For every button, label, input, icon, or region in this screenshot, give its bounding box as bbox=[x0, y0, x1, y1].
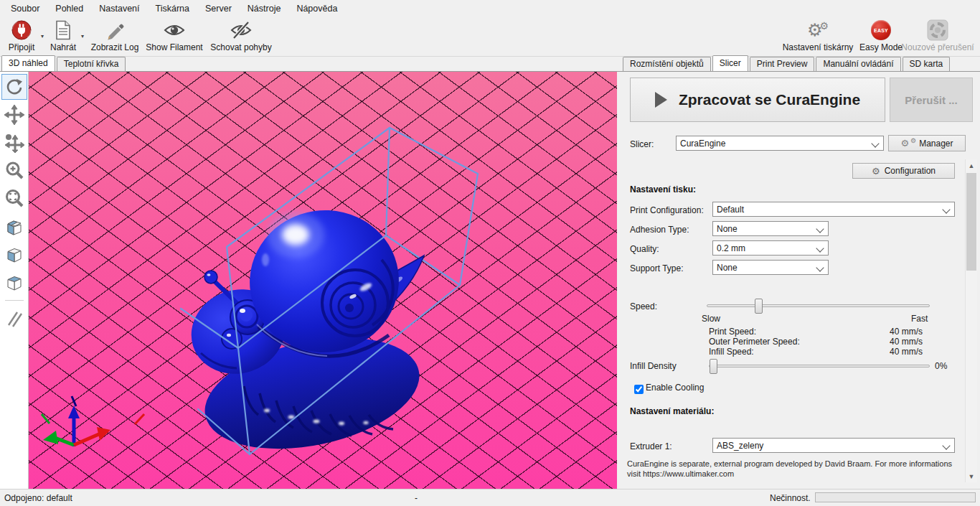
view-cube-solid-icon[interactable] bbox=[1, 242, 27, 268]
rotate-icon[interactable] bbox=[1, 74, 27, 100]
slice-button[interactable]: Zpracovat se CuraEngine bbox=[630, 78, 885, 122]
gears-icon: ⚙ bbox=[900, 139, 909, 148]
support-select[interactable]: None bbox=[712, 260, 829, 275]
speed-label: Speed: bbox=[630, 301, 657, 311]
pencil-icon bbox=[89, 19, 141, 42]
printer-settings-button[interactable]: ⚙⚙ Nastavení tiskárny bbox=[778, 19, 857, 52]
tab-print-preview[interactable]: Print Preview bbox=[750, 57, 815, 71]
connection-status: Odpojeno: default bbox=[4, 493, 72, 503]
extruder-label: Extruder 1: bbox=[630, 441, 672, 451]
plug-icon bbox=[4, 19, 39, 42]
view-cube-wire-icon[interactable] bbox=[1, 270, 27, 296]
gears-icon: ⚙⚙ bbox=[778, 19, 857, 42]
tab-object-placement[interactable]: Rozmístění objektů bbox=[623, 57, 711, 71]
emergency-stop-icon bbox=[898, 19, 977, 42]
menu-nastroje[interactable]: Nástroje bbox=[240, 1, 289, 16]
load-dropdown-caret[interactable]: ▾ bbox=[81, 33, 84, 39]
manager-button[interactable]: ⚙⚙ Manager bbox=[888, 135, 966, 151]
chevron-down-icon bbox=[871, 139, 879, 147]
print-speed-value: 40 mm/s bbox=[890, 327, 923, 337]
repetier-host-window: Soubor Pohled Nastavení Tiskárna Server … bbox=[0, 0, 980, 506]
status-center: - bbox=[415, 493, 418, 503]
enable-cooling-checkbox[interactable] bbox=[634, 385, 644, 394]
tab-temperature-curve[interactable]: Teplotní křivka bbox=[57, 57, 126, 71]
hide-moves-button[interactable]: Schovat pohyby bbox=[208, 19, 274, 52]
outer-perimeter-speed-label: Outer Perimeter Speed: bbox=[709, 337, 800, 347]
menu-server[interactable]: Server bbox=[197, 1, 240, 16]
menu-pohled[interactable]: Pohled bbox=[47, 1, 91, 16]
printer-state: Nečinnost. bbox=[770, 493, 811, 503]
infill-density-slider[interactable] bbox=[709, 365, 930, 367]
print-settings-header: Nastavení tisku: bbox=[630, 184, 696, 195]
panel-tabs: Rozmístění objektů Slicer Print Preview … bbox=[621, 57, 980, 72]
print-speed-label: Print Speed: bbox=[709, 327, 756, 337]
zoom-in-icon[interactable] bbox=[1, 158, 27, 184]
connect-button[interactable]: Připojit bbox=[4, 19, 39, 52]
menu-bar: Soubor Pohled Nastavení Tiskárna Server … bbox=[0, 0, 980, 17]
axis-indicator bbox=[42, 396, 144, 446]
show-log-button[interactable]: Zobrazit Log bbox=[89, 19, 141, 52]
move-object-icon[interactable] bbox=[1, 130, 27, 156]
connect-dropdown-caret[interactable]: ▾ bbox=[41, 33, 44, 39]
chevron-down-icon bbox=[942, 205, 950, 213]
scroll-down-icon[interactable]: ▼ bbox=[966, 470, 977, 482]
viewport-toolbar bbox=[0, 72, 29, 489]
tab-sd-card[interactable]: SD karta bbox=[903, 57, 951, 71]
infill-density-value: 0% bbox=[935, 361, 947, 371]
quality-select[interactable]: 0.2 mm bbox=[712, 240, 829, 256]
tab-slicer[interactable]: Slicer bbox=[712, 55, 748, 71]
easy-mode-button[interactable]: EASY Easy Mode bbox=[859, 19, 903, 52]
panel-scrollbar[interactable]: ▲ ▼ bbox=[965, 159, 977, 482]
status-bar: Odpojeno: default - Nečinnost. bbox=[0, 489, 980, 506]
speed-slider-thumb[interactable] bbox=[755, 299, 763, 314]
3d-scene bbox=[29, 72, 617, 489]
menu-nastaveni[interactable]: Nastavení bbox=[91, 1, 147, 16]
easy-badge-icon: EASY bbox=[859, 19, 903, 42]
configuration-button[interactable]: ⚙ Configuration bbox=[852, 163, 955, 179]
material-settings-header: Nastavení materiálu: bbox=[630, 406, 714, 416]
adhesion-select[interactable]: None bbox=[712, 221, 829, 236]
curaengine-note: CuraEngine is separate, external program… bbox=[627, 459, 967, 479]
gears-icon-small: ⚙ bbox=[910, 138, 916, 144]
enable-cooling-label: Enable Cooling bbox=[646, 383, 704, 393]
eye-icon bbox=[143, 19, 205, 42]
menu-soubor[interactable]: Soubor bbox=[3, 1, 47, 16]
play-icon bbox=[655, 92, 667, 108]
zoom-fit-icon[interactable] bbox=[1, 186, 27, 212]
tool-separator bbox=[5, 300, 24, 301]
cancel-slice-button: Přerušit ... bbox=[890, 78, 973, 122]
menu-napoveda[interactable]: Nápověda bbox=[288, 1, 345, 16]
speed-slow-label: Slow bbox=[702, 314, 720, 324]
speed-slider[interactable] bbox=[707, 304, 930, 307]
print-config-select[interactable]: Default bbox=[712, 202, 955, 217]
viewport-tabs: 3D náhled Teplotní křivka bbox=[0, 57, 621, 72]
extruder-select[interactable]: ABS_zeleny bbox=[712, 438, 955, 453]
print-config-label: Print Configuration: bbox=[630, 205, 704, 215]
outer-perimeter-speed-value: 40 mm/s bbox=[890, 337, 923, 347]
infill-density-label: Infill Density bbox=[630, 361, 677, 371]
tab-3d-view[interactable]: 3D náhled bbox=[1, 55, 55, 71]
show-filament-button[interactable]: Show Filament bbox=[143, 19, 205, 52]
slicer-label: Slicer: bbox=[630, 139, 654, 149]
move-icon[interactable] bbox=[1, 102, 27, 128]
scroll-up-icon[interactable]: ▲ bbox=[966, 159, 977, 172]
scrollbar-thumb[interactable] bbox=[966, 173, 976, 271]
load-button[interactable]: Nahrát bbox=[47, 19, 79, 52]
menu-tiskarna[interactable]: Tiskárna bbox=[148, 1, 197, 16]
3d-viewport[interactable] bbox=[29, 72, 617, 489]
infill-speed-label: Infill Speed: bbox=[709, 347, 754, 357]
progress-bar bbox=[815, 492, 976, 502]
adhesion-label: Adhesion Type: bbox=[630, 225, 689, 235]
gear-icon: ⚙ bbox=[872, 167, 880, 176]
speed-fast-label: Fast bbox=[911, 314, 928, 324]
parallel-projection-icon[interactable] bbox=[1, 305, 27, 331]
chevron-down-icon bbox=[816, 244, 824, 252]
infill-speed-value: 40 mm/s bbox=[890, 347, 923, 357]
eye-slash-icon bbox=[208, 19, 274, 42]
view-cube-iso-icon[interactable] bbox=[1, 214, 27, 240]
chevron-down-icon bbox=[816, 263, 824, 271]
slicer-select[interactable]: CuraEngine bbox=[676, 136, 884, 151]
quality-label: Quality: bbox=[630, 244, 659, 254]
tab-manual-control[interactable]: Manuální ovládání bbox=[816, 57, 900, 71]
infill-density-slider-thumb[interactable] bbox=[710, 359, 717, 374]
